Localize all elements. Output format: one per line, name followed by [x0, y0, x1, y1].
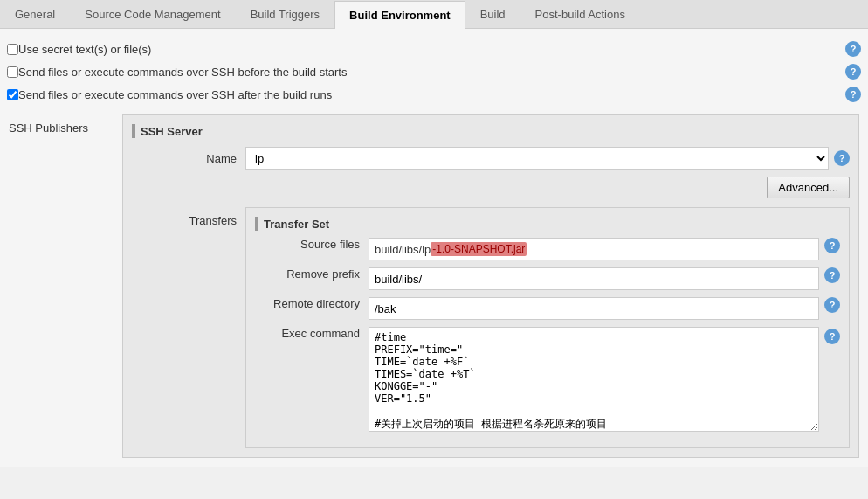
name-select[interactable]: lp: [245, 147, 829, 170]
remove-prefix-row: Remove prefix ?: [255, 267, 840, 290]
transfer-set-bar: [255, 217, 258, 231]
source-files-highlight: -1.0-SNAPSHOT.jar: [431, 242, 527, 256]
exec-command-row: Exec command #time PREFIX="time=" TIME=`…: [255, 327, 840, 432]
main-content: Use secret text(s) or file(s) ? Send fil…: [0, 29, 868, 467]
source-files-input[interactable]: build/libs/lp-1.0-SNAPSHOT.jar: [369, 238, 819, 260]
transfer-set-title: Transfer Set: [264, 218, 329, 231]
help-icon-name[interactable]: ?: [834, 150, 850, 166]
tabs-bar: General Source Code Management Build Tri…: [0, 0, 868, 29]
ssh-server-header: SSH Server: [132, 124, 850, 138]
remote-directory-input[interactable]: [369, 297, 819, 320]
ssh-server-block: SSH Server Name lp ? Advanced...: [132, 124, 850, 198]
tab-general[interactable]: General: [0, 0, 70, 28]
publishers-label: SSH Publishers: [9, 114, 122, 458]
source-files-label: Source files: [255, 238, 369, 251]
checkbox-secret-label: Use secret text(s) or file(s): [18, 43, 151, 56]
section-bar: [132, 124, 135, 138]
checkbox-ssh-before-label: Send files or execute commands over SSH …: [18, 66, 347, 79]
source-files-text: build/libs/lp: [375, 243, 431, 256]
tab-post-build-actions[interactable]: Post-build Actions: [520, 0, 640, 28]
help-icon-source[interactable]: ?: [824, 238, 840, 253]
tab-source-code-management[interactable]: Source Code Management: [70, 0, 235, 28]
help-icon-1[interactable]: ?: [845, 41, 861, 57]
help-icon-remote[interactable]: ?: [824, 297, 840, 313]
advanced-btn-row: Advanced...: [132, 177, 850, 198]
transfers-section: Transfers Transfer Set Source files buil…: [132, 207, 850, 448]
ssh-server-title: SSH Server: [141, 125, 203, 138]
publishers-content: SSH Server Name lp ? Advanced... Transfe…: [122, 114, 859, 458]
help-icon-3[interactable]: ?: [845, 87, 861, 102]
checkbox-ssh-before[interactable]: [7, 66, 18, 78]
remove-prefix-label: Remove prefix: [255, 267, 369, 281]
checkbox-ssh-after[interactable]: [7, 89, 18, 100]
advanced-button[interactable]: Advanced...: [767, 177, 850, 198]
tab-build-environment[interactable]: Build Environment: [334, 1, 465, 29]
name-label: Name: [132, 152, 245, 165]
checkbox-ssh-after-label: Send files or execute commands over SSH …: [18, 88, 332, 101]
help-icon-exec[interactable]: ?: [824, 329, 840, 344]
remove-prefix-input[interactable]: [369, 267, 819, 290]
checkbox-secret-text[interactable]: [7, 44, 18, 55]
checkbox-row-3: Send files or execute commands over SSH …: [7, 88, 332, 101]
exec-command-textarea[interactable]: #time PREFIX="time=" TIME=`date +%F` TIM…: [369, 327, 819, 432]
remote-directory-label: Remote directory: [255, 297, 369, 310]
source-files-row: Source files build/libs/lp-1.0-SNAPSHOT.…: [255, 238, 840, 260]
tab-build-triggers[interactable]: Build Triggers: [236, 0, 334, 28]
checkbox-row-2: Send files or execute commands over SSH …: [7, 66, 347, 79]
tab-build[interactable]: Build: [465, 0, 520, 28]
name-row: Name lp ?: [132, 147, 850, 170]
publishers-section: SSH Publishers SSH Server Name lp ?: [0, 106, 868, 467]
transfers-content: Transfer Set Source files build/libs/lp-…: [245, 207, 850, 448]
remote-directory-row: Remote directory ?: [255, 297, 840, 320]
help-icon-2[interactable]: ?: [845, 64, 861, 80]
transfers-label: Transfers: [132, 207, 245, 448]
transfer-set-header: Transfer Set: [255, 217, 840, 231]
checkbox-row-1: Use secret text(s) or file(s): [7, 43, 151, 56]
help-icon-prefix[interactable]: ?: [824, 267, 840, 283]
exec-command-label: Exec command: [255, 327, 369, 340]
